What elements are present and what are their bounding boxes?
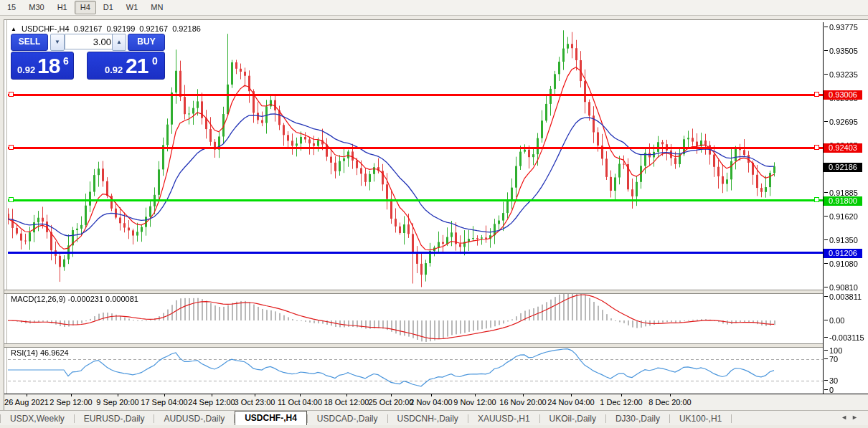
price-line-label: 0.92186 bbox=[824, 163, 862, 172]
price-tick-label: 0.93775 bbox=[829, 23, 858, 32]
date-axis-tick bbox=[571, 394, 572, 396]
chart-ohlc-header: ▲ USDCHF-,H4 0.92167 0.92199 0.92167 0.9… bbox=[11, 24, 203, 33]
rsi-tick-label: 30 bbox=[829, 376, 838, 385]
date-axis-tick bbox=[391, 394, 392, 396]
date-axis-label: 25 Oct 20:00 bbox=[369, 398, 414, 406]
timeframe-button-h4[interactable]: H4 bbox=[75, 1, 96, 14]
chart-open-value: 0.92167 bbox=[74, 24, 103, 33]
chart-tab-audusd-daily[interactable]: AUDUSD-,Daily bbox=[154, 413, 234, 425]
chart-symbol-period: USDCHF-,H4 bbox=[22, 24, 70, 33]
date-axis-tick bbox=[27, 394, 27, 396]
date-axis-tick bbox=[71, 394, 72, 396]
timeframe-button-mn[interactable]: MN bbox=[145, 1, 169, 14]
timeframe-button-h1[interactable]: H1 bbox=[52, 1, 73, 14]
chart-high-value: 0.92199 bbox=[107, 24, 136, 33]
chart-tab-usdcad-daily[interactable]: USDCAD-,Daily bbox=[308, 413, 387, 425]
date-axis-tick bbox=[523, 394, 524, 396]
price-tick-label: 0.91620 bbox=[829, 212, 858, 221]
rsi-tick-label: 0 bbox=[829, 386, 834, 394]
metatrader-window: 15M30H1H4D1W1MN 0.937750.935050.932350.9… bbox=[0, 0, 868, 428]
macd-tick-label: -0.003115 bbox=[829, 333, 864, 342]
date-axis-tick bbox=[300, 394, 301, 396]
price-line-label: 0.92403 bbox=[824, 143, 862, 153]
macd-tick-label: 0.00 bbox=[829, 316, 844, 325]
chart-tab-usdx-weekly[interactable]: USDX,Weekly bbox=[1, 413, 74, 425]
date-axis-label: 24 Sep 12:00 bbox=[188, 398, 235, 406]
tab-scroll-right-icon[interactable]: ► bbox=[852, 414, 862, 421]
buy-price-prefix: 0.92 bbox=[105, 65, 123, 75]
price-tick-label: 0.92695 bbox=[829, 118, 858, 126]
date-axis-label: 8 Dec 20:00 bbox=[648, 398, 691, 406]
date-axis-tick bbox=[164, 394, 165, 396]
sell-button[interactable]: SELL bbox=[11, 34, 48, 51]
tab-scroll-left-icon[interactable]: ◄ bbox=[841, 414, 852, 421]
date-axis-tick bbox=[621, 394, 622, 396]
price-tick-label: 0.93235 bbox=[829, 70, 858, 79]
rsi-header: RSI(14) 46.9624 bbox=[11, 348, 69, 357]
price-line-label: 0.91800 bbox=[824, 196, 862, 206]
sell-price-prefix: 0.92 bbox=[17, 65, 35, 75]
date-axis-label: 17 Sep 04:00 bbox=[141, 398, 187, 406]
price-axis[interactable]: 0.937750.935050.932350.929650.926950.924… bbox=[824, 20, 868, 394]
buy-price-main: 21 bbox=[126, 54, 148, 78]
date-axis-label: 11 Oct 04:00 bbox=[278, 398, 322, 406]
date-axis-label: 2 Sep 12:00 bbox=[49, 398, 92, 406]
sell-price-display[interactable]: 0.92 18 6 bbox=[11, 52, 74, 80]
chart-tab-xauusd-h1[interactable]: XAUUSD-,H1 bbox=[468, 413, 539, 425]
volume-input[interactable] bbox=[65, 34, 115, 49]
chart-tab-usdcnh-daily[interactable]: USDCNH-,Daily bbox=[388, 413, 468, 425]
sell-price-main: 18 bbox=[37, 54, 60, 78]
price-tick-label: 0.90810 bbox=[829, 283, 858, 292]
chart-tab-uk100-h1[interactable]: UK100-,H1 bbox=[670, 413, 731, 425]
macd-header: MACD(12,26,9) -0.000231 0.000081 bbox=[11, 295, 138, 303]
chart-low-value: 0.92167 bbox=[139, 24, 168, 33]
timeframe-button-d1[interactable]: D1 bbox=[98, 1, 119, 14]
date-axis-tick bbox=[212, 394, 212, 396]
rsi-tick-label: 70 bbox=[829, 355, 838, 363]
rsi-pane-canvas[interactable] bbox=[8, 346, 823, 394]
tab-scroll-arrows[interactable]: ◄► bbox=[841, 414, 862, 421]
buy-price-display[interactable]: 0.92 21 0 bbox=[87, 52, 165, 80]
date-axis-label: 3 Oct 23:00 bbox=[235, 398, 275, 406]
date-axis-tick bbox=[431, 394, 432, 396]
window-edge bbox=[5, 20, 7, 411]
date-axis-tick bbox=[475, 394, 476, 396]
sell-price-point: 6 bbox=[63, 55, 69, 67]
date-axis-tick bbox=[255, 394, 255, 396]
price-line-label: 0.91206 bbox=[824, 249, 862, 258]
date-axis-tick bbox=[118, 394, 118, 396]
pane-separator[interactable] bbox=[4, 290, 868, 294]
price-tick-label: 0.93505 bbox=[829, 47, 858, 55]
price-tick-label: 0.91350 bbox=[829, 236, 858, 244]
macd-tick-label: 0.003811 bbox=[829, 293, 862, 301]
date-axis-label: 2 Nov 04:00 bbox=[410, 398, 452, 406]
date-axis-label: 26 Aug 2021 bbox=[4, 398, 49, 406]
volume-increase-button[interactable]: ▲ bbox=[112, 34, 126, 51]
collapse-panel-icon[interactable]: ▲ bbox=[11, 26, 16, 32]
volume-decrease-button[interactable]: ▼ bbox=[50, 34, 65, 51]
price-line-label: 0.93006 bbox=[824, 90, 862, 100]
date-axis-label: 9 Nov 12:00 bbox=[453, 398, 496, 406]
timeframe-button-15[interactable]: 15 bbox=[1, 1, 22, 14]
time-axis[interactable]: 26 Aug 20212 Sep 12:009 Sep 20:0017 Sep … bbox=[4, 394, 868, 411]
tab-divider bbox=[731, 414, 732, 423]
chart-close-value: 0.92186 bbox=[172, 24, 201, 33]
date-axis-tick bbox=[670, 394, 671, 396]
chart-tab-dj30-daily[interactable]: DJ30-,Daily bbox=[606, 413, 669, 425]
date-axis-label: 24 Nov 04:00 bbox=[547, 398, 594, 406]
timeframe-toolbar: 15M30H1H4D1W1MN bbox=[0, 0, 868, 16]
pane-separator[interactable] bbox=[4, 343, 868, 348]
timeframe-button-w1[interactable]: W1 bbox=[121, 1, 144, 14]
chart-tab-eurusd-daily[interactable]: EURUSD-,Daily bbox=[75, 413, 154, 425]
rsi-tick-label: 100 bbox=[829, 346, 842, 355]
chart-window: 0.937750.935050.932350.929650.926950.924… bbox=[4, 19, 868, 411]
buy-button[interactable]: BUY bbox=[128, 34, 165, 51]
chart-tab-bar: USDX,WeeklyEURUSD-,DailyAUDUSD-,DailyUSD… bbox=[0, 410, 868, 425]
date-axis-label: 18 Oct 12:00 bbox=[324, 398, 369, 406]
date-axis-label: 16 Nov 20:00 bbox=[499, 398, 546, 406]
timeframe-button-m30[interactable]: M30 bbox=[23, 1, 49, 14]
date-axis-label: 9 Sep 20:00 bbox=[96, 398, 138, 406]
chart-tab-ukoil-daily[interactable]: UKOil-,Daily bbox=[540, 413, 605, 425]
chart-tab-usdchf-h4[interactable]: USDCHF-,H4 bbox=[235, 411, 307, 425]
price-tick-label: 0.91080 bbox=[829, 260, 858, 268]
